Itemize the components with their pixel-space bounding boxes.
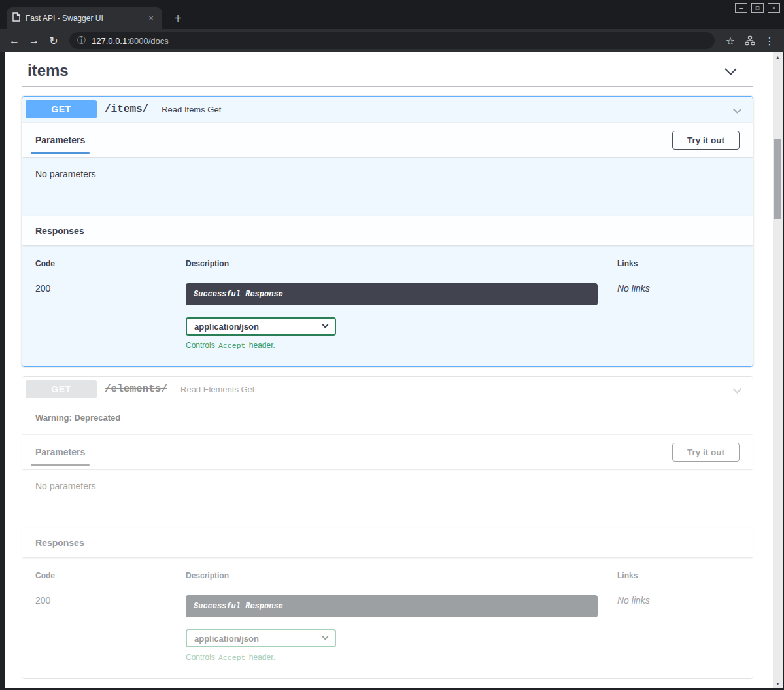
response-code: 200 [35, 275, 186, 351]
method-badge: GET [26, 380, 97, 398]
responses-body: Code Description Links 200 Successful Re… [22, 557, 753, 678]
response-description: Successful Response [186, 595, 598, 617]
browser-tab[interactable]: Fast API - Swagger UI × [7, 7, 162, 29]
page-favicon-icon [12, 12, 20, 24]
bookmark-star-icon[interactable]: ☆ [721, 31, 740, 50]
menu-kebab-icon[interactable]: ⋮ [760, 31, 779, 50]
select-caret-icon [322, 321, 329, 328]
page-scrollbar[interactable]: ▲ ▼ [773, 52, 783, 688]
parameters-body: No parameters [22, 157, 753, 216]
window-close-button[interactable]: × [768, 3, 780, 13]
opblock-summary[interactable]: GET /items/ Read Items Get [22, 97, 753, 122]
endpoint-path: /items/ [105, 103, 148, 115]
col-header-links: Links [617, 256, 740, 275]
select-caret-icon [322, 633, 329, 640]
col-header-code: Code [35, 568, 186, 587]
address-bar[interactable]: ⓘ 127.0.0.1:8000/docs [69, 32, 715, 49]
parameters-tab: Parameters [35, 135, 85, 145]
window-minimize-button[interactable]: ─ [735, 3, 747, 13]
browser-viewport: items GET /items/ Read Items Get Paramet… [0, 52, 784, 690]
scrollbar-thumb[interactable] [774, 139, 781, 219]
browser-window: Fast API - Swagger UI × + ─ □ × ← → ↻ ⓘ … [0, 0, 784, 690]
col-header-links: Links [617, 568, 740, 587]
responses-title: Responses [35, 538, 84, 548]
back-button[interactable]: ← [5, 31, 24, 50]
hint-suffix: header. [249, 653, 275, 662]
media-type-value: application/json [194, 634, 259, 644]
parameters-title: Parameters [35, 447, 85, 457]
scroll-up-arrow-icon[interactable]: ▲ [773, 52, 783, 61]
method-badge: GET [26, 100, 97, 118]
browser-toolbar: ← → ↻ ⓘ 127.0.0.1:8000/docs ☆ ⋮ [0, 29, 784, 52]
swagger-page: items GET /items/ Read Items Get Paramet… [5, 52, 773, 688]
maximize-icon: □ [756, 5, 759, 11]
url-text: 127.0.0.1:8000/docs [92, 35, 169, 46]
opblock-get-items: GET /items/ Read Items Get Parameters Tr… [22, 96, 753, 367]
parameters-tab: Parameters [35, 447, 85, 457]
responses-header: Responses [22, 216, 753, 245]
col-header-description: Description [186, 256, 617, 275]
col-header-description: Description [186, 568, 617, 587]
accept-header-hint: Controls Accept header. [186, 341, 598, 350]
reload-button[interactable]: ↻ [44, 31, 63, 50]
no-parameters-text: No parameters [35, 169, 96, 179]
forward-button[interactable]: → [25, 31, 43, 50]
opblock-summary[interactable]: GET /elements/ Read Elements Get [22, 377, 753, 402]
hint-code: Accept [218, 653, 245, 662]
try-it-out-button[interactable]: Try it out [672, 131, 740, 150]
window-maximize-button[interactable]: □ [751, 3, 764, 13]
try-it-out-button[interactable]: Try it out [672, 443, 740, 462]
accept-header-hint: Controls Accept header. [186, 653, 598, 662]
window-controls: ─ □ × [735, 3, 780, 13]
tag-section-header: items [22, 59, 753, 86]
section-divider [22, 86, 753, 87]
new-tab-button[interactable]: + [169, 9, 187, 27]
response-code: 200 [35, 587, 186, 663]
no-parameters-text: No parameters [35, 481, 96, 491]
tab-close-icon[interactable]: × [146, 13, 156, 24]
tab-title: Fast API - Swagger UI [26, 14, 141, 23]
parameters-title: Parameters [35, 135, 85, 145]
close-icon: × [772, 5, 775, 11]
media-type-select[interactable]: application/json [186, 317, 336, 336]
tab-strip: Fast API - Swagger UI × + ─ □ × [0, 0, 784, 29]
endpoint-path: /elements/ [105, 383, 167, 395]
responses-table: Code Description Links 200 Successful Re… [35, 256, 740, 350]
parameters-header: Parameters Try it out [22, 122, 753, 157]
section-title: items [27, 61, 69, 80]
media-type-select[interactable]: application/json [186, 629, 336, 647]
parameters-header: Parameters Try it out [22, 434, 753, 469]
url-host: 127.0.0.1 [92, 36, 127, 46]
responses-header: Responses [22, 528, 753, 557]
hint-suffix: header. [249, 341, 275, 350]
deprecated-warning: Warning: Deprecated [22, 402, 753, 434]
endpoint-summary: Read Elements Get [180, 385, 254, 394]
url-path: :8000/docs [127, 36, 169, 46]
hint-prefix: Controls [186, 653, 215, 662]
col-header-code: Code [35, 256, 186, 275]
response-description: Successful Response [186, 283, 598, 305]
endpoint-summary: Read Items Get [162, 105, 221, 114]
responses-title: Responses [35, 226, 84, 236]
response-row: 200 Successful Response application/json… [35, 275, 740, 351]
collapse-chevron-icon[interactable] [733, 105, 741, 114]
hint-prefix: Controls [186, 341, 215, 350]
response-links: No links [617, 275, 740, 351]
opblock-get-elements-deprecated: GET /elements/ Read Elements Get Warning… [22, 376, 753, 679]
collapse-chevron-icon[interactable] [733, 385, 741, 394]
parameters-body: No parameters [22, 469, 753, 528]
minimize-icon: ─ [739, 5, 743, 11]
response-links: No links [617, 587, 740, 663]
section-collapse-chevron-icon[interactable] [724, 63, 736, 75]
responses-body: Code Description Links 200 Successful Re… [22, 245, 753, 366]
extensions-icon[interactable] [741, 31, 759, 50]
scroll-down-arrow-icon[interactable]: ▼ [773, 679, 783, 688]
media-type-value: application/json [194, 322, 259, 332]
site-info-icon[interactable]: ⓘ [77, 35, 86, 46]
hint-code: Accept [218, 341, 245, 350]
response-row: 200 Successful Response application/json… [35, 587, 740, 663]
responses-table: Code Description Links 200 Successful Re… [35, 568, 740, 662]
